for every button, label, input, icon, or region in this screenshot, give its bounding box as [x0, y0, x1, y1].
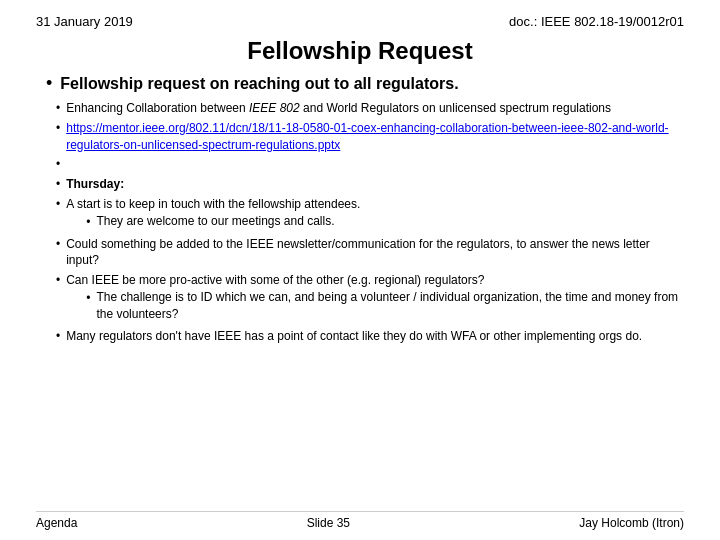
list-item-start: • A start is to keep in touch with the f… [56, 196, 684, 233]
bullet-dot: • [56, 101, 60, 115]
link[interactable]: https://mentor.ieee.org/802.11/dcn/18/11… [66, 121, 668, 152]
header-date: 31 January 2019 [36, 14, 133, 29]
bullet-dot: • [56, 177, 60, 191]
bullet-dot: • [56, 273, 60, 287]
list-item: • Enhancing Collaboration between IEEE 8… [56, 100, 684, 117]
header-doc: doc.: IEEE 802.18-19/0012r01 [509, 14, 684, 29]
sub-list: • Enhancing Collaboration between IEEE 8… [56, 100, 684, 344]
bullet-dot: • [56, 237, 60, 251]
footer: Agenda Slide 35 Jay Holcomb (Itron) [36, 511, 684, 530]
bullet-dot: • [56, 157, 60, 171]
sub-item-text: The challenge is to ID which we can, and… [96, 289, 684, 323]
sub-item-text: They are welcome to our meetings and cal… [96, 213, 334, 230]
bullet-dot: • [56, 329, 60, 343]
list-item-regulators: • Many regulators don't have IEEE has a … [56, 328, 684, 345]
main-bullet: • Fellowship request on reaching out to … [46, 75, 684, 94]
header: 31 January 2019 doc.: IEEE 802.18-19/001… [36, 0, 684, 33]
list-item: • https://mentor.ieee.org/802.11/dcn/18/… [56, 120, 684, 154]
page-title: Fellowship Request [36, 37, 684, 65]
item-text: A start is to keep in touch with the fel… [66, 196, 360, 233]
sub-list-item: • They are welcome to our meetings and c… [86, 213, 360, 231]
thursday-label: Thursday: [66, 176, 124, 193]
page: 31 January 2019 doc.: IEEE 802.18-19/001… [0, 0, 720, 540]
sub-bullet-dot: • [86, 290, 90, 307]
item-link: https://mentor.ieee.org/802.11/dcn/18/11… [66, 120, 684, 154]
item-text: Many regulators don't have IEEE has a po… [66, 328, 642, 345]
sub-sub-list: • They are welcome to our meetings and c… [86, 213, 360, 231]
item-text: Could something be added to the IEEE new… [66, 236, 684, 270]
sub-list-item: • The challenge is to ID which we can, a… [86, 289, 684, 323]
list-item-proactive: • Can IEEE be more pro-active with some … [56, 272, 684, 324]
bullet-dot: • [56, 197, 60, 211]
sub-sub-list: • The challenge is to ID which we can, a… [86, 289, 684, 323]
footer-center: Slide 35 [307, 516, 350, 530]
list-item-newsletter: • Could something be added to the IEEE n… [56, 236, 684, 270]
item-text: Can IEEE be more pro-active with some of… [66, 272, 684, 324]
empty-item: • [56, 156, 684, 173]
main-bullet-text: Fellowship request on reaching out to al… [60, 75, 458, 93]
sub-bullet-dot: • [86, 214, 90, 231]
list-item-thursday: • Thursday: [56, 176, 684, 193]
empty-text [66, 156, 69, 173]
item-text: Enhancing Collaboration between IEEE 802… [66, 100, 611, 117]
bullet-dot: • [56, 121, 60, 135]
main-bullet-dot: • [46, 73, 52, 94]
main-content: • Fellowship request on reaching out to … [46, 75, 684, 344]
footer-right: Jay Holcomb (Itron) [579, 516, 684, 530]
footer-left: Agenda [36, 516, 77, 530]
